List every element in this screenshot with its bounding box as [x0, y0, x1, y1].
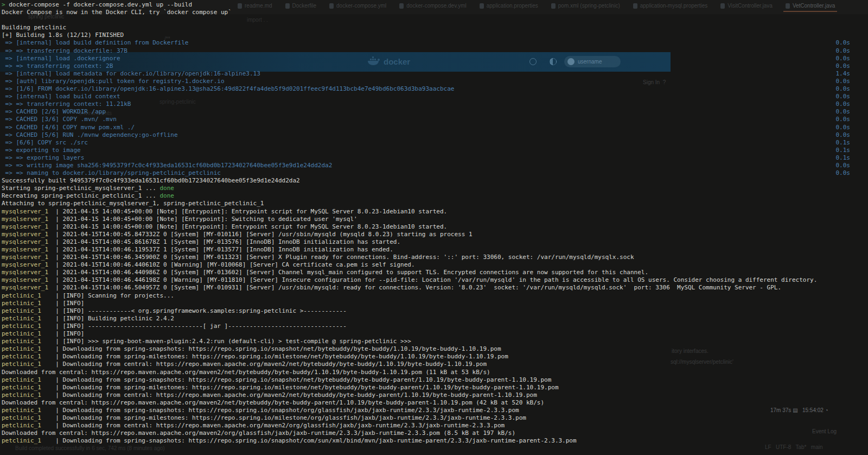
terminal-log-line-mysqlserver_1: mysqlserver_1 | 2021-04-15T14:00:45.8616… — [2, 238, 868, 246]
terminal-log-line-petclinic_1: petclinic_1 | Downloading from spring-mi… — [2, 384, 868, 391]
terminal-line: Attaching to spring-petclinic_mysqlserve… — [2, 200, 868, 207]
terminal-line: => => transferring dockerfile: 37B0.0s — [2, 47, 868, 55]
terminal-screen: readme.mdDockerfiledocker-compose.ymldoc… — [0, 0, 868, 455]
terminal-log-line-petclinic_1: petclinic_1 | Downloading from central: … — [2, 422, 868, 429]
terminal-line: => CACHED [5/6] RUN ./mvnw dependency:go… — [2, 131, 868, 139]
terminal-log-line-mysqlserver_1: mysqlserver_1 | 2021-04-15T14:00:46.5049… — [2, 284, 868, 292]
terminal-line: Downloaded from central: https://repo.ma… — [2, 429, 868, 437]
terminal-line: Docker Compose is now in the Docker CLI,… — [2, 9, 868, 16]
terminal-log-line-mysqlserver_1: mysqlserver_1 | 2021-04-15T14:00:46.4461… — [2, 276, 868, 284]
terminal-log-line-mysqlserver_1: mysqlserver_1 | 2021-04-15 14:00:45+00:0… — [2, 208, 868, 216]
terminal-log-line-petclinic_1: petclinic_1 | Downloading from spring-sn… — [2, 376, 868, 384]
terminal-log-line-petclinic_1: petclinic_1 | [INFO] -------------------… — [2, 323, 868, 330]
terminal-line: => => writing image sha256:9495379f7c0c4… — [2, 162, 868, 169]
terminal-line: [+] Building 1.8s (12/12) FINISHED — [2, 31, 868, 39]
terminal-line: Recreating spring-petclinic_petclinic_1 … — [2, 192, 868, 200]
terminal-line — [2, 16, 868, 24]
terminal-line: => CACHED [2/6] WORKDIR /app0.0s — [2, 108, 868, 116]
terminal-line: => => transferring context: 2B0.0s — [2, 62, 868, 70]
terminal-line: => CACHED [3/6] COPY .mvn/ .mvn0.0s — [2, 116, 868, 123]
terminal-line: => [internal] load metadata for docker.i… — [2, 70, 868, 78]
terminal-log-line-petclinic_1: petclinic_1 | Downloading from spring-sn… — [2, 407, 868, 414]
terminal-log-line-petclinic_1: petclinic_1 | Downloading from spring-sn… — [2, 345, 868, 353]
terminal-log-line-petclinic_1: petclinic_1 | Downloading from central: … — [2, 391, 868, 399]
terminal-log-line-petclinic_1: petclinic_1 | [INFO] >>> spring-boot-mav… — [2, 338, 868, 345]
terminal-log-line-petclinic_1: petclinic_1 | Downloading from central: … — [2, 361, 868, 368]
terminal-command-line: > docker-compose -f docker-compose.dev.y… — [2, 1, 868, 9]
terminal-line: Downloaded from central: https://repo.ma… — [2, 399, 868, 407]
terminal-output[interactable]: > docker-compose -f docker-compose.dev.y… — [0, 0, 868, 455]
terminal-log-line-mysqlserver_1: mysqlserver_1 | 2021-04-15 14:00:45+00:0… — [2, 223, 868, 231]
terminal-line: Successfully built 9495379f7c0c4f933eda1… — [2, 177, 868, 185]
terminal-line: => [1/6] FROM docker.io/library/openjdk:… — [2, 85, 868, 93]
terminal-log-line-mysqlserver_1: mysqlserver_1 | 2021-04-15 14:00:45+00:0… — [2, 216, 868, 223]
terminal-line: => => exporting layers0.1s — [2, 154, 868, 162]
terminal-line: => CACHED [4/6] COPY mvnw pom.xml ./0.0s — [2, 124, 868, 131]
terminal-line: => exporting to image0.1s — [2, 147, 868, 154]
terminal-log-line-mysqlserver_1: mysqlserver_1 | 2021-04-15T14:00:46.3459… — [2, 254, 868, 261]
terminal-log-line-petclinic_1: petclinic_1 | [INFO] Building petclinic … — [2, 315, 868, 323]
terminal-log-line-mysqlserver_1: mysqlserver_1 | 2021-04-15T14:00:46.4406… — [2, 261, 868, 269]
terminal-line: Starting spring-petclinic_mysqlserver_1 … — [2, 185, 868, 192]
terminal-log-line-petclinic_1: petclinic_1 | [INFO] — [2, 300, 868, 307]
terminal-line: => [internal] load build definition from… — [2, 39, 868, 47]
terminal-line: Building petclinic — [2, 24, 868, 31]
terminal-log-line-petclinic_1: petclinic_1 | Downloading from spring-sn… — [2, 437, 868, 445]
terminal-line: => [auth] library/openjdk:pull token for… — [2, 78, 868, 85]
terminal-log-line-mysqlserver_1: mysqlserver_1 | 2021-04-15T14:00:45.8473… — [2, 231, 868, 238]
terminal-log-line-petclinic_1: petclinic_1 | [INFO] Scanning for projec… — [2, 292, 868, 300]
terminal-log-line-petclinic_1: petclinic_1 | Downloading from spring-mi… — [2, 414, 868, 422]
terminal-line: => => transferring context: 11.21kB0.0s — [2, 100, 868, 108]
terminal-line: Downloaded from central: https://repo.ma… — [2, 369, 868, 376]
terminal-line: => [internal] load .dockerignore0.0s — [2, 55, 868, 62]
terminal-log-line-petclinic_1: petclinic_1 | Downloading from spring-mi… — [2, 353, 868, 361]
terminal-line: => [internal] load build context0.0s — [2, 93, 868, 100]
terminal-log-line-mysqlserver_1: mysqlserver_1 | 2021-04-15T14:00:46.4409… — [2, 269, 868, 276]
terminal-log-line-petclinic_1: petclinic_1 | [INFO] ------------< org.s… — [2, 307, 868, 315]
terminal-log-line-petclinic_1: petclinic_1 | [INFO] — [2, 330, 868, 338]
terminal-line: => => naming to docker.io/library/spring… — [2, 169, 868, 177]
terminal-line: => [6/6] COPY src ./src0.1s — [2, 139, 868, 147]
terminal-log-line-mysqlserver_1: mysqlserver_1 | 2021-04-15T14:00:46.1195… — [2, 246, 868, 254]
